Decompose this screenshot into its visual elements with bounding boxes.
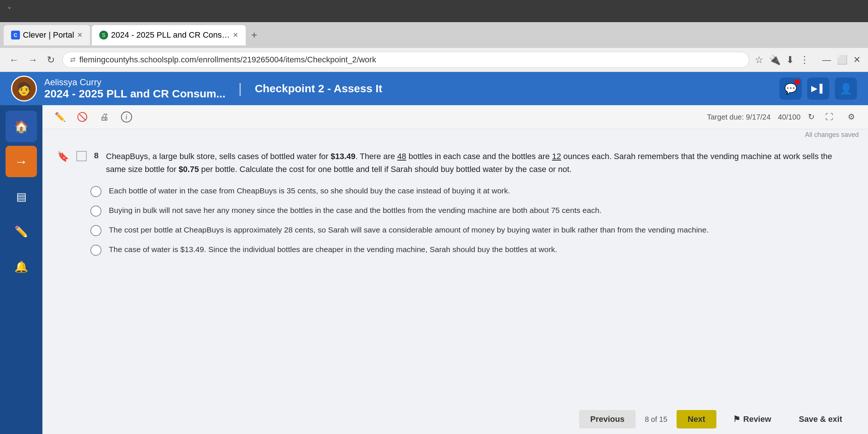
layers-icon: ▤ (16, 190, 27, 203)
question-text: CheapBuys, a large bulk store, sells cas… (106, 150, 853, 176)
sidebar-item-notifications[interactable]: 🔔 (6, 251, 37, 282)
content-area: ✏️ 🚫 🖨 i Target due: 9/17/24 40/100 ↻ ⛶ (42, 105, 868, 434)
user-profile-button[interactable]: 👤 (835, 78, 857, 100)
chat-button[interactable]: 💬 (779, 78, 802, 100)
question-price2: $0.75 (179, 165, 199, 174)
answer-option-a[interactable]: Each bottle of water in the case from Ch… (90, 185, 853, 197)
question-ounces: 12 (552, 152, 561, 161)
question-bottles: 48 (397, 152, 406, 161)
add-tab-button[interactable]: + (248, 27, 261, 43)
chat-icon: 💬 (784, 83, 797, 95)
browser-chrome: ˅ C Clever | Portal ✕ S 2024 - 2025 PLL … (0, 0, 868, 72)
previous-button[interactable]: Previous (579, 410, 636, 428)
home-icon: 🏠 (14, 120, 29, 134)
extensions-icon[interactable]: 🔌 (769, 54, 781, 66)
save-exit-button[interactable]: Save & exit (788, 410, 853, 428)
flag-icon: ⚑ (733, 414, 740, 424)
settings-button[interactable]: ⚙ (844, 110, 859, 124)
radio-button-c[interactable] (90, 225, 101, 236)
option-text-c: The cost per bottle at CheapBuys is appr… (109, 224, 709, 236)
answer-option-d[interactable]: The case of water is $13.49. Since the i… (90, 244, 853, 256)
answer-option-b[interactable]: Buying in bulk will not save her any mon… (90, 204, 853, 217)
user-profile-icon: 👤 (840, 83, 853, 95)
bell-icon: 🔔 (14, 260, 28, 273)
tab-school-close[interactable]: ✕ (233, 31, 238, 39)
title-bar: ˅ (0, 0, 868, 22)
question-text-part1: CheapBuys, a large bulk store, sells cas… (106, 152, 331, 161)
option-text-b: Buying in bulk will not save her any mon… (109, 204, 601, 216)
separator: | (238, 81, 242, 96)
header-actions: 💬 ▶ ▌ 👤 (779, 78, 857, 100)
expand-icon: ⛶ (825, 112, 833, 122)
close-button[interactable]: ✕ (853, 55, 861, 65)
option-text-d: The case of water is $13.49. Since the i… (109, 244, 557, 255)
question-text-part3: bottles in each case and the bottles are (406, 152, 552, 161)
info-icon: i (121, 111, 132, 123)
page-indicator: 8 of 15 (641, 415, 671, 424)
tab-clever-close[interactable]: ✕ (77, 31, 83, 39)
print-button[interactable]: 🖨 (96, 109, 113, 125)
tab-clever[interactable]: C Clever | Portal ✕ (4, 25, 90, 45)
radio-button-a[interactable] (90, 186, 101, 197)
school-icon: S (99, 31, 108, 39)
reload-button[interactable]: ↻ (45, 52, 57, 68)
checkbox-icon[interactable] (76, 151, 87, 161)
radio-button-b[interactable] (90, 206, 101, 217)
checkpoint-title: Checkpoint 2 - Assess It (255, 82, 383, 95)
tab-clever-label: Clever | Portal (23, 30, 74, 40)
question-price1: $13.49 (331, 152, 355, 161)
answer-options: Each bottle of water in the case from Ch… (90, 185, 853, 256)
radio-button-d[interactable] (90, 245, 101, 256)
sidebar-item-home[interactable]: 🏠 (6, 111, 37, 142)
sidebar-item-edit[interactable]: ✏️ (6, 216, 37, 247)
secure-icon: ⇄ (70, 56, 76, 64)
review-label: Review (743, 414, 771, 424)
saved-status: All changes saved (42, 129, 868, 139)
video-button[interactable]: ▶ ▌ (807, 78, 829, 100)
bookmark-star-icon[interactable]: ☆ (755, 54, 763, 66)
window-controls: — ⬜ ✕ (822, 55, 861, 65)
saved-text: All changes saved (805, 131, 859, 138)
sidebar-item-layers[interactable]: ▤ (6, 181, 37, 212)
block-icon: 🚫 (77, 112, 88, 122)
forward-button[interactable]: → (26, 52, 39, 68)
expand-button[interactable]: ⛶ (822, 110, 837, 124)
toolbar: ✏️ 🚫 🖨 i Target due: 9/17/24 40/100 ↻ ⛶ (42, 105, 868, 129)
back-button[interactable]: ← (7, 52, 21, 68)
clever-icon: C (11, 31, 20, 39)
tab-bar: C Clever | Portal ✕ S 2024 - 2025 PLL an… (0, 22, 868, 48)
refresh-icon[interactable]: ↻ (808, 112, 815, 122)
answer-option-c[interactable]: The cost per bottle at CheapBuys is appr… (90, 224, 853, 236)
review-button[interactable]: ⚑ Review (722, 410, 782, 428)
settings-icon: ⚙ (848, 112, 855, 122)
video-icon: ▶ ▌ (811, 84, 826, 93)
url-text: flemingcountyhs.schoolsplp.com/enrollmen… (79, 55, 376, 65)
avatar: 🧑 (11, 76, 37, 101)
download-icon[interactable]: ⬇ (786, 54, 794, 66)
notification-dot (795, 79, 800, 85)
minimize-button[interactable]: — (822, 55, 831, 65)
course-title: 2024 - 2025 PLL and CR Consum... (44, 87, 225, 100)
user-info: Aelissya Curry 2024 - 2025 PLL and CR Co… (44, 77, 225, 100)
pencil-tool-button[interactable]: ✏️ (52, 109, 68, 125)
maximize-button[interactable]: ⬜ (837, 55, 848, 65)
more-options-icon[interactable]: ⋮ (800, 54, 809, 66)
score-label: 40/100 (778, 113, 800, 121)
block-tool-button[interactable]: 🚫 (74, 109, 90, 125)
sidebar-item-goto[interactable]: → (6, 146, 37, 177)
info-button[interactable]: i (118, 109, 135, 125)
question-area: 🔖 8 CheapBuys, a large bulk store, sells… (42, 139, 868, 404)
pencil-icon: ✏️ (55, 112, 66, 122)
next-button[interactable]: Next (677, 410, 716, 428)
bookmark-icon[interactable]: 🔖 (57, 151, 69, 162)
header-left: 🧑 Aelissya Curry 2024 - 2025 PLL and CR … (11, 76, 382, 101)
question-text-part5: per bottle. Calculate the cost for one b… (199, 165, 571, 174)
tab-school[interactable]: S 2024 - 2025 PLL and CR Cons… ✕ (92, 25, 246, 45)
option-text-a: Each bottle of water in the case from Ch… (109, 185, 510, 197)
menu-icon[interactable]: ˅ (7, 6, 11, 16)
sidebar: 🏠 → ▤ ✏️ 🔔 (0, 105, 42, 434)
url-box[interactable]: ⇄ flemingcountyhs.schoolsplp.com/enrollm… (62, 52, 749, 68)
edit-icon: ✏️ (14, 225, 28, 238)
bottom-nav: Previous 8 of 15 Next ⚑ Review Save & ex… (42, 404, 868, 434)
tab-school-label: 2024 - 2025 PLL and CR Cons… (111, 30, 230, 40)
